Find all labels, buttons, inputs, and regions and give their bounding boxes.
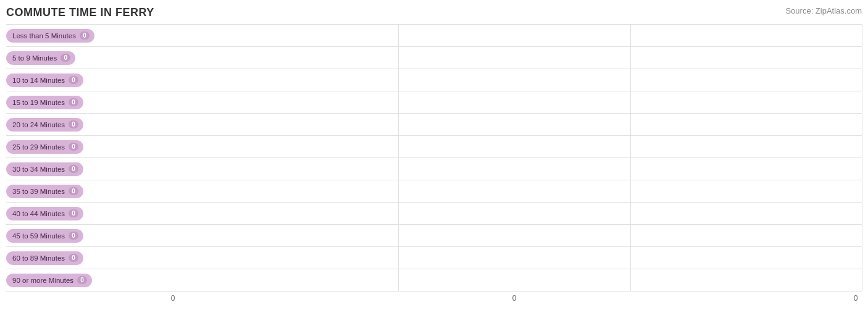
bar-value-badge: 0 [61,54,70,62]
chart-area: Less than 5 Minutes05 to 9 Minutes010 to… [6,24,862,292]
bar-label-container: 15 to 19 Minutes0 [6,91,167,113]
grid-line [862,225,862,246]
bar-label-pill: 25 to 29 Minutes0 [6,140,83,154]
grid-line [862,47,862,69]
bar-value-badge: 0 [77,276,87,284]
grid-line [630,269,631,291]
axis-label: 0 [849,294,862,303]
bar-label-text: 45 to 59 Minutes [12,232,65,240]
bar-label-pill: Less than 5 Minutes0 [6,29,94,43]
axis-label: 0 [508,294,520,303]
grid-line [398,91,399,113]
grid-line [630,69,631,91]
main-container: COMMUTE TIME IN FERRY Source: ZipAtlas.c… [0,0,868,323]
grid-line [630,25,631,46]
bar-label-container: Less than 5 Minutes0 [6,25,167,46]
bar-track [167,180,862,202]
bar-track [167,91,862,113]
bar-label-pill: 35 to 39 Minutes0 [6,185,83,198]
bar-track [167,114,862,135]
bar-label-text: 5 to 9 Minutes [12,54,57,62]
axis-labels: 000 [6,294,862,303]
grid-line [398,269,399,291]
bar-label-text: 40 to 44 Minutes [12,210,65,217]
bar-row: 20 to 24 Minutes0 [6,114,862,136]
grid-line [398,136,399,157]
bar-row: Less than 5 Minutes0 [6,24,862,47]
grid-line [398,25,399,46]
grid-line [630,158,631,180]
bar-track [167,203,862,224]
grid-line [398,203,399,224]
bar-label-text: 60 to 89 Minutes [12,254,65,262]
bar-track [167,69,862,91]
bar-label-text: Less than 5 Minutes [12,32,76,40]
grid-line [630,225,631,246]
bar-label-text: 10 to 14 Minutes [12,77,65,84]
bar-label-text: 20 to 24 Minutes [12,121,65,128]
grid-line [398,69,399,91]
grid-line [398,47,399,69]
bar-row: 30 to 34 Minutes0 [6,158,862,180]
grid-line [398,247,399,269]
bar-value-badge: 0 [69,254,78,262]
bar-track [167,247,862,269]
bar-row: 60 to 89 Minutes0 [6,247,862,269]
bar-value-badge: 0 [69,143,78,151]
bar-label-text: 35 to 39 Minutes [12,188,65,195]
chart-header: COMMUTE TIME IN FERRY Source: ZipAtlas.c… [6,6,862,19]
grid-line [862,180,862,202]
bar-track [167,25,862,46]
bar-label-container: 90 or more Minutes0 [6,269,167,291]
bar-value-badge: 0 [69,76,78,84]
grid-line [630,114,631,135]
bar-label-container: 10 to 14 Minutes0 [6,69,167,91]
bar-track [167,225,862,246]
chart-title: COMMUTE TIME IN FERRY [6,6,154,19]
bar-label-container: 60 to 89 Minutes0 [6,247,167,269]
grid-line [862,69,862,91]
bar-value-badge: 0 [69,120,78,128]
grid-line [398,158,399,180]
grid-line [862,269,862,291]
axis-label: 0 [167,294,179,303]
bar-label-pill: 5 to 9 Minutes0 [6,51,75,65]
bar-label-pill: 30 to 34 Minutes0 [6,162,83,176]
grid-line [398,114,399,135]
bar-track [167,136,862,157]
bar-row: 25 to 29 Minutes0 [6,136,862,158]
bar-label-pill: 10 to 14 Minutes0 [6,73,83,87]
grid-line [862,247,862,269]
bar-label-container: 35 to 39 Minutes0 [6,180,167,202]
bar-label-pill: 20 to 24 Minutes0 [6,118,83,132]
bar-row: 10 to 14 Minutes0 [6,69,862,91]
bar-label-container: 5 to 9 Minutes0 [6,47,167,69]
bar-label-text: 90 or more Minutes [12,277,73,284]
bar-label-container: 25 to 29 Minutes0 [6,136,167,157]
grid-line [630,247,631,269]
bar-value-badge: 0 [69,209,78,217]
bar-label-pill: 60 to 89 Minutes0 [6,251,83,265]
bar-label-text: 15 to 19 Minutes [12,99,65,106]
bar-value-badge: 0 [69,98,78,106]
bar-track [167,269,862,291]
bar-row: 40 to 44 Minutes0 [6,203,862,225]
grid-line [630,136,631,157]
grid-line [630,180,631,202]
chart-source: Source: ZipAtlas.com [785,6,862,15]
bar-label-pill: 40 to 44 Minutes0 [6,207,83,220]
bar-value-badge: 0 [80,31,90,40]
grid-line [862,91,862,113]
bar-row: 15 to 19 Minutes0 [6,91,862,114]
bar-row: 45 to 59 Minutes0 [6,225,862,247]
grid-line [630,203,631,224]
bar-value-badge: 0 [69,232,78,240]
bar-label-text: 30 to 34 Minutes [12,166,65,173]
bar-value-badge: 0 [69,165,78,173]
bar-row: 35 to 39 Minutes0 [6,180,862,203]
bar-row: 90 or more Minutes0 [6,269,862,292]
bar-label-container: 45 to 59 Minutes0 [6,225,167,246]
grid-line [862,203,862,224]
bar-label-pill: 90 or more Minutes0 [6,274,92,287]
grid-line [862,25,862,46]
